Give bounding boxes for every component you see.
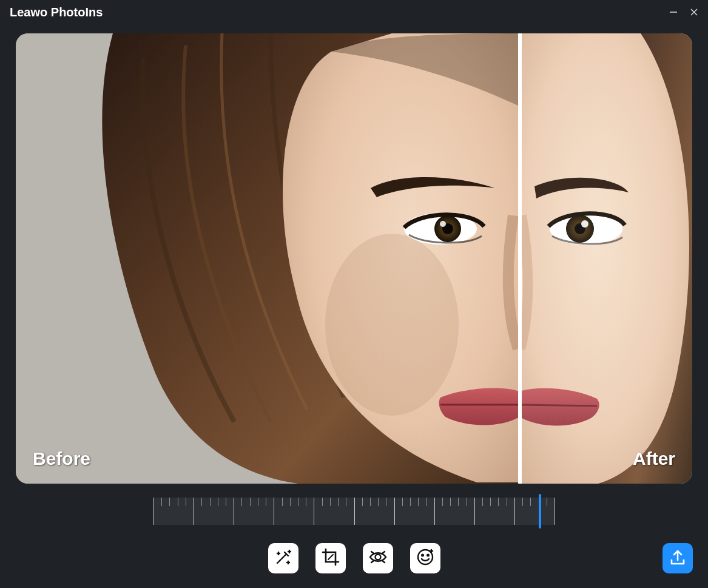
svg-point-18	[422, 555, 423, 556]
svg-point-17	[418, 550, 433, 564]
eye-enhance-button[interactable]	[363, 543, 393, 573]
before-label: Before	[33, 448, 90, 469]
svg-rect-15	[519, 33, 692, 484]
svg-point-10	[325, 234, 459, 416]
window-controls	[669, 8, 698, 16]
eye-icon	[368, 547, 388, 570]
zoom-ruler[interactable]	[153, 498, 555, 525]
crop-button[interactable]	[315, 543, 346, 573]
export-button[interactable]	[662, 543, 693, 573]
toolbar	[0, 543, 708, 573]
svg-point-16	[375, 555, 380, 560]
face-retouch-button[interactable]	[410, 543, 440, 573]
svg-point-19	[427, 555, 429, 556]
after-label: After	[633, 448, 675, 469]
magic-wand-icon	[273, 547, 294, 570]
preview-area[interactable]: Before After	[16, 33, 692, 484]
before-after-divider[interactable]	[518, 33, 522, 484]
smiley-icon	[415, 547, 436, 570]
titlebar: Leawo PhotoIns	[0, 0, 708, 24]
crop-icon	[320, 547, 341, 570]
close-button[interactable]	[690, 8, 698, 16]
auto-enhance-button[interactable]	[268, 543, 298, 573]
ruler-ticks	[153, 498, 555, 525]
minimize-button[interactable]	[669, 8, 678, 16]
ruler-handle[interactable]	[539, 494, 541, 529]
preview-image	[16, 33, 692, 484]
app-title: Leawo PhotoIns	[10, 5, 103, 19]
export-icon	[669, 548, 687, 569]
svg-point-9	[440, 221, 446, 227]
